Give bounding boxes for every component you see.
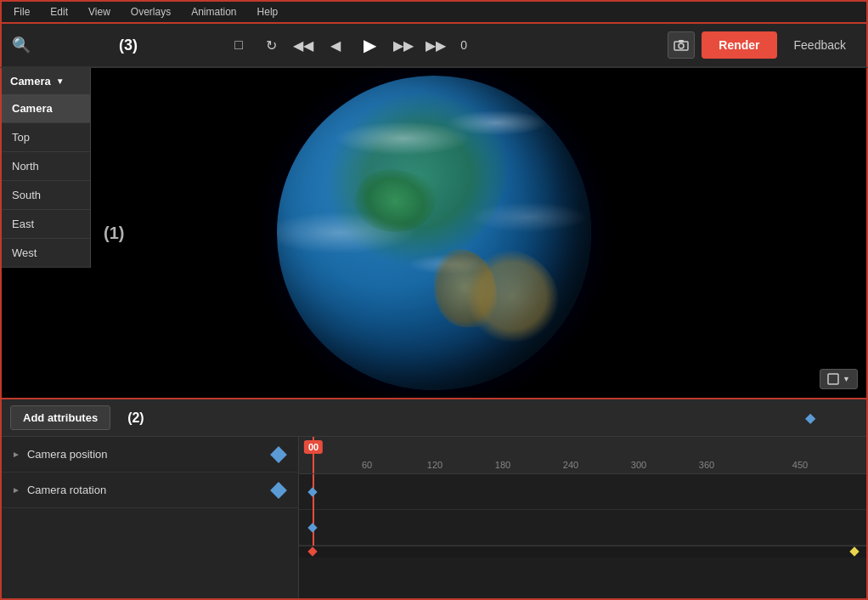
- attribute-row-camera-rotation: ► Camera rotation: [2, 473, 298, 508]
- expand-icon-rotation[interactable]: ►: [12, 485, 20, 495]
- menubar: File Edit View Overlays Animation Help: [0, 0, 868, 24]
- keyframe-position-0[interactable]: [307, 487, 317, 496]
- attribute-row-camera-position: ► Camera position: [2, 437, 298, 473]
- track-row-position: [299, 474, 866, 510]
- timeline-panel: Add attributes (2) ◆ ► Camera position ►…: [0, 399, 868, 600]
- glow-overlay: [277, 76, 591, 390]
- frame-counter: 0: [455, 38, 472, 52]
- timeline-label: (2): [127, 410, 144, 426]
- toolbar: 🔍 (3) □ ↻ ◀◀ ◀ ▶ ▶▶ ▶▶ 0 Render Feedback: [0, 24, 868, 68]
- viewport-controls: ▼: [820, 369, 858, 389]
- viewport[interactable]: (1) ▼: [2, 68, 866, 398]
- camera-option-north[interactable]: North: [2, 152, 90, 181]
- ruler-mark-120: 120: [427, 460, 442, 470]
- track-playhead-line: [313, 474, 314, 546]
- camera-panel: Camera ▼ Camera Top North South East Wes…: [2, 68, 91, 268]
- expand-icon-position[interactable]: ►: [12, 450, 20, 459]
- land-mass-2: [434, 249, 497, 328]
- expand-icon[interactable]: □: [226, 32, 251, 58]
- end-marker[interactable]: [849, 546, 859, 556]
- keyframe-diamond-position[interactable]: [270, 446, 287, 463]
- camera-label: Camera: [10, 75, 51, 88]
- ruler-mark-240: 240: [563, 460, 578, 470]
- menu-overlays[interactable]: Overlays: [127, 4, 174, 20]
- keyframe-rotation-0[interactable]: [307, 523, 317, 532]
- feedback-button[interactable]: Feedback: [784, 31, 856, 59]
- viewport-mode-button[interactable]: ▼: [820, 369, 858, 389]
- render-button[interactable]: Render: [702, 31, 776, 59]
- menu-file[interactable]: File: [10, 4, 33, 20]
- timeline-header: Add attributes (2) ◆: [2, 399, 866, 437]
- playhead-frame-label: 00: [304, 440, 323, 454]
- skip-forward-button[interactable]: ▶▶: [423, 32, 448, 58]
- camera-option-camera[interactable]: Camera: [2, 94, 90, 123]
- svg-rect-3: [828, 374, 838, 384]
- playhead[interactable]: 00: [313, 437, 314, 473]
- camera-option-top[interactable]: Top: [2, 123, 90, 152]
- track-row-rotation: [299, 510, 866, 546]
- menu-view[interactable]: View: [85, 4, 114, 20]
- attr-name-camera-position: Camera position: [27, 448, 266, 461]
- skip-back-button[interactable]: ◀◀: [290, 32, 316, 58]
- camera-option-west[interactable]: West: [2, 239, 90, 268]
- step-forward-button[interactable]: ▶▶: [391, 32, 416, 58]
- camera-option-east[interactable]: East: [2, 210, 90, 239]
- ruler-mark-300: 300: [631, 460, 646, 470]
- ruler-mark-450: 450: [792, 460, 808, 470]
- timeline-tracks-area: [299, 474, 866, 546]
- ruler-mark-360: 360: [699, 460, 714, 470]
- screenshot-button[interactable]: [668, 31, 695, 59]
- attr-name-camera-rotation: Camera rotation: [27, 484, 266, 496]
- reset-icon[interactable]: ↻: [258, 32, 284, 58]
- ruler-mark-60: 60: [362, 460, 372, 470]
- chevron-down-icon: ▼: [56, 76, 65, 86]
- chevron-down-icon-viewport: ▼: [843, 375, 850, 383]
- menu-animation[interactable]: Animation: [188, 4, 240, 20]
- toolbar-title: (3): [37, 37, 219, 54]
- search-button[interactable]: 🔍: [12, 36, 31, 54]
- timeline-content: ► Camera position ► Camera rotation 00 6…: [2, 437, 866, 598]
- menu-help[interactable]: Help: [254, 4, 282, 20]
- camera-dropdown-header[interactable]: Camera ▼: [2, 68, 90, 94]
- svg-rect-2: [679, 40, 684, 42]
- camera-option-south[interactable]: South: [2, 181, 90, 210]
- ruler-mark-180: 180: [495, 460, 510, 470]
- bottom-bar: [299, 546, 866, 558]
- add-attributes-button[interactable]: Add attributes: [10, 405, 110, 430]
- svg-point-1: [679, 43, 684, 48]
- keyframe-add-button[interactable]: ◆: [805, 410, 815, 426]
- start-marker[interactable]: [307, 546, 317, 556]
- keyframe-diamond-rotation[interactable]: [270, 482, 287, 499]
- play-button[interactable]: ▶: [355, 31, 384, 59]
- viewport-label: (1): [104, 224, 124, 243]
- main-viewport-area: Camera ▼ Camera Top North South East Wes…: [0, 68, 868, 399]
- attributes-panel: ► Camera position ► Camera rotation: [2, 437, 299, 598]
- timeline-ruler: 00 60 120 180 240 300 360 450: [299, 437, 866, 474]
- timeline-track[interactable]: 00 60 120 180 240 300 360 450: [299, 437, 866, 598]
- earth-globe: [277, 76, 591, 390]
- step-back-button[interactable]: ◀: [323, 32, 348, 58]
- menu-edit[interactable]: Edit: [47, 4, 71, 20]
